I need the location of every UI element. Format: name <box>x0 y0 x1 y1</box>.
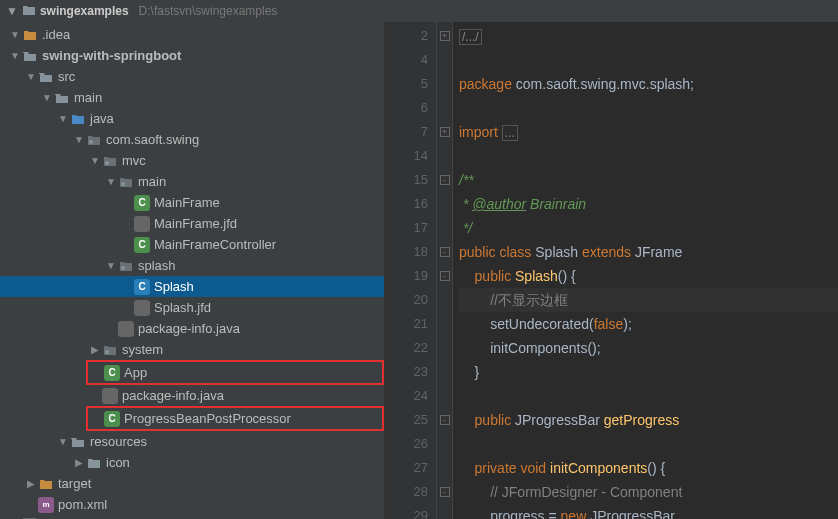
tree-item-label: MainFrameController <box>154 237 276 252</box>
editor-gutter: 2456714151617181920212223242526272829303… <box>385 22 437 519</box>
fold-toggle-icon[interactable]: - <box>440 487 450 497</box>
code-line[interactable]: public class Splash extends JFrame <box>459 240 838 264</box>
code-line[interactable]: */ <box>459 216 838 240</box>
tree-item[interactable]: ▶CMainFrame <box>0 192 384 213</box>
code-line[interactable] <box>459 384 838 408</box>
tree-item-label: target <box>58 476 91 491</box>
code-line[interactable] <box>459 144 838 168</box>
expand-arrow-icon[interactable]: ▼ <box>106 260 116 271</box>
tree-item[interactable]: ▼com.saoft.swing <box>0 129 384 150</box>
tree-item-label: java <box>90 111 114 126</box>
expand-arrow-icon[interactable]: ▶ <box>74 457 84 468</box>
class-sel-icon: C <box>134 279 150 295</box>
code-line[interactable]: progress = new JProgressBar <box>459 504 838 519</box>
tree-item[interactable]: ▼mvc <box>0 150 384 171</box>
tree-item[interactable]: ▶CProgressBeanPostProcessor <box>88 408 382 429</box>
expand-arrow-icon[interactable]: ▶ <box>90 344 100 355</box>
tree-item[interactable]: ▶mpom.xml <box>0 494 384 515</box>
tree-item[interactable]: ▼src <box>0 66 384 87</box>
tree-item-label: src <box>58 69 75 84</box>
fold-toggle-icon[interactable]: - <box>440 175 450 185</box>
code-line[interactable]: package com.saoft.swing.mvc.splash; <box>459 72 838 96</box>
code-line[interactable] <box>459 48 838 72</box>
expand-arrow-icon[interactable]: ▼ <box>58 436 68 447</box>
tree-item[interactable]: ▶LICENSE <box>0 515 384 519</box>
code-line[interactable]: * @author Brainrain <box>459 192 838 216</box>
code-editor[interactable]: /.../ package com.saoft.swing.mvc.splash… <box>453 22 838 519</box>
code-line[interactable]: // JFormDesigner - Component <box>459 480 838 504</box>
tree-item[interactable]: ▶MainFrame.jfd <box>0 213 384 234</box>
highlight-box: ▶CApp <box>86 360 384 385</box>
fold-toggle-icon[interactable]: - <box>440 271 450 281</box>
highlight-box: ▶CProgressBeanPostProcessor <box>86 406 384 431</box>
tree-item[interactable]: ▼swing-with-springboot <box>0 45 384 66</box>
jfd-icon <box>134 300 150 316</box>
tree-item-label: splash <box>138 258 176 273</box>
code-line[interactable]: } <box>459 360 838 384</box>
package-icon <box>102 153 118 169</box>
line-number: 14 <box>385 144 428 168</box>
tree-item[interactable]: ▼java <box>0 108 384 129</box>
folder-orange-icon <box>38 476 54 492</box>
tree-item[interactable]: ▼splash <box>0 255 384 276</box>
fold-toggle-icon[interactable]: + <box>440 127 450 137</box>
expand-arrow-icon[interactable]: ▼ <box>106 176 116 187</box>
expand-arrow-icon[interactable]: ▼ <box>10 29 20 40</box>
tree-item[interactable]: ▼resources <box>0 431 384 452</box>
fold-toggle-icon[interactable]: - <box>440 415 450 425</box>
code-line[interactable]: //不显示边框 <box>459 288 838 312</box>
code-line[interactable]: /.../ <box>459 24 838 48</box>
tree-item[interactable]: ▶package-info.java <box>0 318 384 339</box>
tree-item-label: MainFrame.jfd <box>154 216 237 231</box>
code-line[interactable]: private void initComponents() { <box>459 456 838 480</box>
code-line[interactable]: /** <box>459 168 838 192</box>
tree-item[interactable]: ▶icon <box>0 452 384 473</box>
tree-item[interactable]: ▼main <box>0 171 384 192</box>
code-line[interactable]: public JProgressBar getProgress <box>459 408 838 432</box>
tree-item[interactable]: ▶Splash.jfd <box>0 297 384 318</box>
package-icon <box>118 258 134 274</box>
project-tree[interactable]: ▼.idea▼swing-with-springboot▼src▼main▼ja… <box>0 22 385 519</box>
tree-item[interactable]: ▶CMainFrameController <box>0 234 384 255</box>
tree-item[interactable]: ▶system <box>0 339 384 360</box>
folded-region[interactable]: /.../ <box>459 29 482 45</box>
expand-arrow-icon[interactable]: ▼ <box>74 134 84 145</box>
package-icon <box>118 174 134 190</box>
expand-arrow-icon[interactable]: ▼ <box>42 92 52 103</box>
tree-item[interactable]: ▶package-info.java <box>0 385 384 406</box>
fold-toggle-icon[interactable]: + <box>440 31 450 41</box>
folder-icon <box>86 455 102 471</box>
code-line[interactable]: import ... <box>459 120 838 144</box>
line-number: 26 <box>385 432 428 456</box>
tree-item-label: ProgressBeanPostProcessor <box>124 411 291 426</box>
line-number: 27 <box>385 456 428 480</box>
tree-item[interactable]: ▼main <box>0 87 384 108</box>
folder-open-icon <box>22 48 38 64</box>
code-line[interactable]: initComponents(); <box>459 336 838 360</box>
expand-arrow-icon[interactable]: ▼ <box>26 71 36 82</box>
line-number: 2 <box>385 24 428 48</box>
fold-column[interactable]: ++----- <box>437 22 453 519</box>
code-line[interactable]: setUndecorated(false); <box>459 312 838 336</box>
class-icon: C <box>134 237 150 253</box>
tree-item[interactable]: ▶target <box>0 473 384 494</box>
tree-item-label: resources <box>90 434 147 449</box>
package-icon <box>102 342 118 358</box>
code-line[interactable] <box>459 96 838 120</box>
expand-arrow-icon[interactable]: ▶ <box>26 478 36 489</box>
folder-open-icon <box>70 434 86 450</box>
expand-arrow-icon[interactable]: ▼ <box>90 155 100 166</box>
code-line[interactable]: public Splash() { <box>459 264 838 288</box>
tree-item[interactable]: ▶CApp <box>88 362 382 383</box>
line-number: 22 <box>385 336 428 360</box>
fold-toggle-icon[interactable]: - <box>440 247 450 257</box>
code-line[interactable] <box>459 432 838 456</box>
folder-icon <box>22 4 36 19</box>
expand-arrow-icon[interactable]: ▼ <box>10 50 20 61</box>
expand-arrow-icon[interactable]: ▼ <box>58 113 68 124</box>
tree-item[interactable]: ▼.idea <box>0 24 384 45</box>
tree-item[interactable]: ▶CSplash <box>0 276 384 297</box>
folded-region[interactable]: ... <box>502 125 518 141</box>
tree-item-label: MainFrame <box>154 195 220 210</box>
line-number: 15 <box>385 168 428 192</box>
